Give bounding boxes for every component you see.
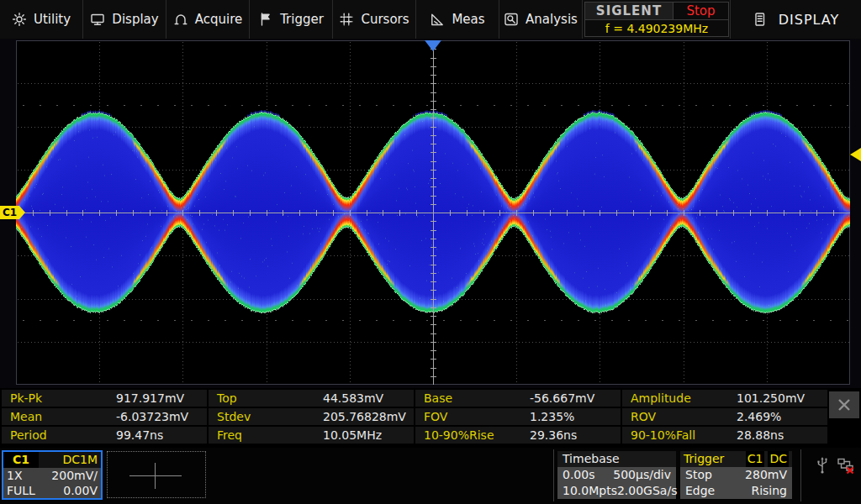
measurement-label: Top — [217, 390, 237, 407]
top-menu-bar: Utility Display Acquire Trigger Cursors … — [0, 0, 861, 39]
menu-label: Acquire — [195, 12, 243, 27]
measurement-cell: Top44.583mV — [209, 390, 414, 407]
magnifier-box-icon — [504, 12, 519, 27]
active-menu-label: DISPLAY — [779, 12, 840, 28]
measurement-cell: Freq10.05MHz — [209, 427, 414, 444]
timebase-panel[interactable]: Timebase 0.00s 500µs/div 10.0Mpts 2.00GS… — [557, 451, 676, 499]
siglent-logo: SIGLENT — [585, 3, 673, 19]
channel-offset: 0.00V — [63, 483, 98, 498]
measurement-value: 28.88ns — [737, 427, 784, 444]
trigger-position-marker[interactable] — [425, 40, 441, 51]
trigger-source-chip: C1 — [746, 451, 765, 467]
oscilloscope-screen: Utility Display Acquire Trigger Cursors … — [0, 0, 861, 504]
measurement-cell: 90-10%Fall28.88ns — [622, 427, 827, 444]
sample-rate: 2.00GSa/s — [617, 483, 678, 499]
memory-depth: 10.0Mpts — [563, 483, 617, 499]
trigger-slope: Rising — [751, 483, 787, 499]
measurement-label: FOV — [424, 408, 447, 425]
measurement-value: 205.76828mV — [323, 408, 406, 425]
channel1-level-marker[interactable]: C1 — [0, 206, 19, 219]
measurement-label: Stdev — [217, 408, 251, 425]
trigger-status: Stop — [685, 467, 712, 483]
channel-coupling: DC1M — [39, 452, 101, 468]
menu-item-display[interactable]: Display — [83, 0, 166, 39]
gear-icon — [12, 12, 27, 27]
channel-vertical-scale: 200mV/ — [51, 468, 98, 483]
section-divider — [553, 449, 554, 501]
measurement-label: Period — [10, 427, 47, 444]
menu-item-acquire[interactable]: Acquire — [166, 0, 250, 39]
waveform-display-area: C1 — [0, 39, 861, 388]
acquire-arch-icon — [173, 12, 188, 27]
menu-item-cursors[interactable]: Cursors — [333, 0, 416, 39]
measurements-close-button[interactable] — [829, 391, 859, 418]
usb-icon — [814, 456, 831, 475]
flag-icon — [258, 12, 273, 27]
menu-item-analysis[interactable]: Analysis — [499, 0, 583, 39]
menu-item-utility[interactable]: Utility — [0, 0, 83, 39]
active-menu-indicator[interactable]: DISPLAY — [730, 0, 861, 39]
trigger-level-marker[interactable] — [850, 148, 861, 161]
measurement-value: 2.469% — [737, 408, 781, 425]
channel-bandwidth: FULL — [7, 483, 35, 498]
measurement-value: 10.05MHz — [323, 427, 382, 444]
measurement-cell: FOV1.235% — [415, 408, 621, 425]
menu-label: Cursors — [361, 12, 409, 27]
measurement-value: 29.36ns — [530, 427, 577, 444]
measurement-value: -56.667mV — [530, 390, 594, 407]
timebase-title: Timebase — [557, 451, 676, 467]
waveform-canvas[interactable] — [16, 40, 850, 385]
measurement-value: -6.03723mV — [116, 408, 188, 425]
measurements-panel: Pk-Pk917.917mV Top44.583mV Base-56.667mV… — [0, 388, 861, 448]
measurement-cell: Base-56.667mV — [415, 390, 621, 407]
menu-label: Utility — [34, 12, 71, 27]
measurement-cell: Amplitude101.250mV — [622, 390, 827, 407]
menu-item-meas[interactable]: Meas — [416, 0, 499, 39]
measurement-value: 44.583mV — [323, 390, 383, 407]
measurement-label: Mean — [10, 408, 42, 425]
measurement-value: 101.250mV — [737, 390, 805, 407]
crosshair-icon — [155, 463, 156, 489]
measurements-grid: Pk-Pk917.917mV Top44.583mV Base-56.667mV… — [2, 390, 827, 444]
measurement-cell: Period99.47ns — [2, 427, 207, 444]
measurement-label: Pk-Pk — [10, 390, 42, 407]
channel1-panel[interactable]: C1 DC1M 1X 200mV/ FULL 0.00V — [2, 450, 103, 500]
measurement-label: Amplitude — [631, 390, 691, 407]
crosshair-icon — [129, 475, 182, 476]
add-channel-slot[interactable] — [107, 451, 206, 498]
timebase-scale: 500µs/div — [613, 467, 671, 483]
measurement-label: Base — [424, 390, 452, 407]
menu-label: Analysis — [526, 12, 578, 27]
timebase-delay: 0.00s — [563, 467, 594, 483]
trigger-title: Trigger — [684, 451, 724, 467]
measurement-value: 917.917mV — [116, 390, 184, 407]
frequency-counter: f = 4.490239MHz — [585, 20, 728, 38]
measurement-cell: Pk-Pk917.917mV — [2, 390, 207, 407]
menu-label: Display — [112, 12, 158, 27]
measurement-label: 90-10%Fall — [631, 427, 695, 444]
ruler-triangle-icon — [430, 12, 445, 27]
menu-label: Meas — [452, 12, 484, 27]
trigger-status-panel[interactable]: Trigger C1 DC Stop 280mV Edge Rising — [680, 451, 792, 499]
monitor-icon — [90, 12, 105, 27]
measurement-label: Freq — [217, 427, 242, 444]
lan-disconnected-icon — [837, 456, 855, 475]
trigger-level: 280mV — [745, 467, 787, 483]
acquisition-state-badge[interactable]: Stop — [673, 3, 728, 19]
menu-list-icon — [753, 12, 767, 27]
trigger-type: Edge — [685, 483, 715, 499]
cursors-grid-icon — [339, 12, 354, 27]
menu-item-trigger[interactable]: Trigger — [250, 0, 333, 39]
measurement-value: 99.47ns — [116, 427, 163, 444]
section-divider — [800, 449, 801, 501]
measurement-cell: 10-90%Rise29.36ns — [415, 427, 621, 444]
close-icon — [837, 397, 852, 412]
measurement-value: 1.235% — [530, 408, 574, 425]
channel-name-chip: C1 — [3, 452, 39, 468]
bottom-status-bar: C1 DC1M 1X 200mV/ FULL 0.00V Timebase 0.… — [0, 448, 861, 504]
measurement-label: ROV — [631, 408, 656, 425]
measurement-cell: ROV2.469% — [622, 408, 827, 425]
measurement-label: 10-90%Rise — [424, 427, 494, 444]
measurement-cell: Stdev205.76828mV — [209, 408, 414, 425]
menu-label: Trigger — [280, 12, 324, 27]
